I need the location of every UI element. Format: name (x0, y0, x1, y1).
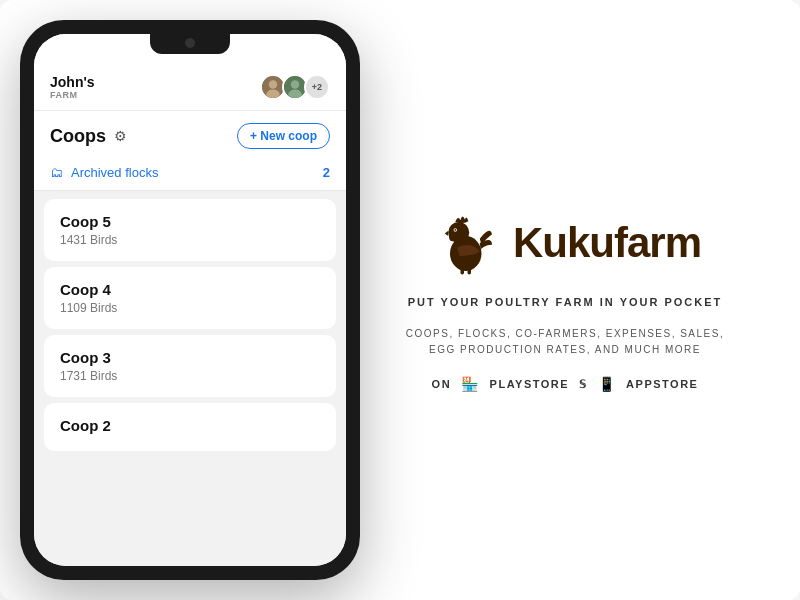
phone-mockup: John's FARM (20, 20, 360, 580)
svg-point-5 (288, 90, 302, 100)
svg-rect-12 (460, 268, 464, 275)
brand-stores: ON 🏪 PLAYSTORE 𝕊 📱 APPSTORE (432, 376, 699, 392)
brand-features: COOPS, FLOCKS, CO-FARMERS, EXPENSES, SAL… (406, 326, 724, 358)
page: John's FARM (0, 0, 800, 600)
svg-point-4 (291, 80, 299, 88)
coop-3-birds: 1731 Birds (60, 369, 320, 383)
coop-card-5[interactable]: Coop 5 1431 Birds (44, 199, 336, 261)
avatar-count: +2 (304, 74, 330, 100)
coop-2-name: Coop 2 (60, 417, 320, 434)
playstore-icon[interactable]: 🏪 (461, 376, 480, 392)
phone-camera (185, 38, 195, 48)
appstore-label[interactable]: APPSTORE (626, 378, 698, 390)
playstore-label[interactable]: PLAYSTORE (490, 378, 570, 390)
svg-point-2 (266, 90, 280, 100)
avatars-group: +2 (260, 74, 330, 100)
svg-point-11 (454, 229, 456, 231)
svg-point-1 (269, 80, 277, 88)
coop-5-birds: 1431 Birds (60, 233, 320, 247)
archived-count: 2 (323, 165, 330, 180)
phone-screen: John's FARM (34, 34, 346, 566)
farm-title: John's (50, 74, 95, 90)
farm-subtitle: FARM (50, 90, 95, 100)
svg-marker-8 (445, 231, 449, 236)
brand-tagline: PUT YOUR POULTRY FARM IN YOUR POCKET (408, 296, 723, 308)
coop-4-name: Coop 4 (60, 281, 320, 298)
farm-name-block: John's FARM (50, 74, 95, 100)
kukufarm-icon (429, 208, 499, 278)
archive-icon: 🗂 (50, 165, 63, 180)
appstore-icon[interactable]: 📱 (598, 376, 617, 392)
filter-icon[interactable]: ⚙ (114, 128, 127, 144)
stores-on-label: ON (432, 378, 452, 390)
coops-header: Coops ⚙ + New coop (34, 111, 346, 157)
brand-name: Kukufarm (513, 219, 701, 267)
stores-separator: 𝕊 (579, 378, 588, 391)
archived-flocks-label: Archived flocks (71, 165, 158, 180)
branding-section: Kukufarm PUT YOUR POULTRY FARM IN YOUR P… (360, 188, 760, 412)
coop-card-3[interactable]: Coop 3 1731 Birds (44, 335, 336, 397)
coops-title-area: Coops ⚙ (50, 126, 127, 147)
coop-3-name: Coop 3 (60, 349, 320, 366)
archived-flocks-left: 🗂 Archived flocks (50, 165, 158, 180)
coop-card-4[interactable]: Coop 4 1109 Birds (44, 267, 336, 329)
coops-label: Coops (50, 126, 106, 147)
new-coop-button[interactable]: + New coop (237, 123, 330, 149)
coop-5-name: Coop 5 (60, 213, 320, 230)
coop-list: Coop 5 1431 Birds Coop 4 1109 Birds Coop… (34, 191, 346, 566)
coop-card-2[interactable]: Coop 2 (44, 403, 336, 451)
svg-rect-13 (467, 268, 471, 275)
coop-4-birds: 1109 Birds (60, 301, 320, 315)
avatar-2-image (284, 74, 306, 100)
brand-logo: Kukufarm (429, 208, 701, 278)
archived-flocks-bar[interactable]: 🗂 Archived flocks 2 (34, 157, 346, 191)
avatar-1-image (262, 74, 284, 100)
svg-point-9 (449, 233, 456, 242)
